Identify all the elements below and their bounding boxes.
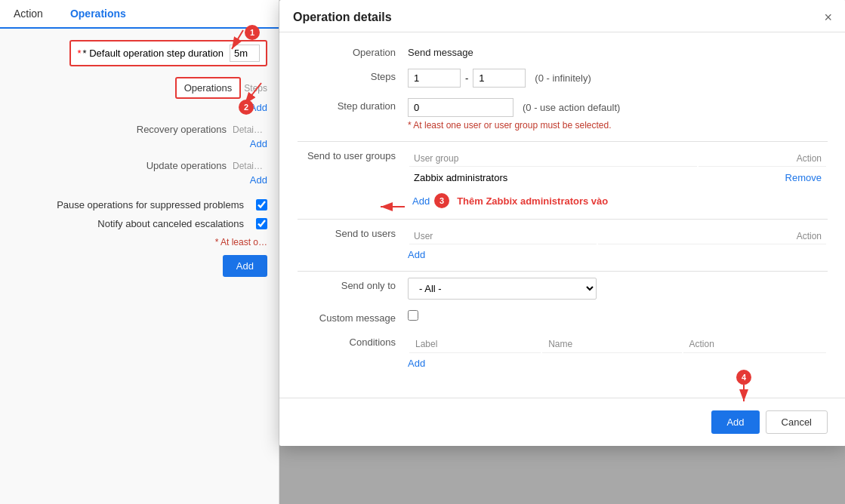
conditions-name-col: Name <box>542 336 681 353</box>
send-only-to-row: Send only to - All - <box>298 278 828 300</box>
conditions-label-col: Label <box>409 336 541 353</box>
custom-message-row: Custom message <box>298 310 828 324</box>
tab-action[interactable]: Action <box>0 0 57 29</box>
add-recovery-link[interactable]: Add <box>250 138 267 149</box>
add-update-link[interactable]: Add <box>250 174 267 186</box>
update-label: Update operations <box>146 160 227 171</box>
step-duration-input[interactable] <box>408 98 513 117</box>
user-group-col-header: User group <box>409 151 697 167</box>
operation-row: Operation Send message <box>298 45 828 58</box>
modal-overlay: Operation details × Operation Send messa… <box>279 0 845 504</box>
add-group-link[interactable]: Add <box>412 195 430 207</box>
pause-row: Pause operations for suppressed problems <box>11 199 267 211</box>
badge-4: 4 <box>736 370 751 385</box>
add-condition-link[interactable]: Add <box>408 358 425 369</box>
conditions-table: Label Name Action <box>408 334 828 355</box>
conditions-action-col: Action <box>683 336 827 353</box>
user-col-header: User <box>409 229 597 244</box>
recovery-label: Recovery operations <box>137 124 227 135</box>
send-only-to-label: Send only to <box>298 278 396 291</box>
modal-cancel-button[interactable]: Cancel <box>766 410 828 434</box>
steps-row: Steps - (0 - infinitely) <box>298 69 828 88</box>
warning-text: * At least one user or user group must b… <box>408 120 828 131</box>
badge-2-annotation: 2 <box>239 83 276 115</box>
default-step-label: * Default operation step duration <box>83 48 224 59</box>
send-to-users-label: Send to users <box>298 226 396 239</box>
pause-label: Pause operations for suppressed problems <box>57 199 244 211</box>
operation-details-modal: Operation details × Operation Send messa… <box>279 0 845 446</box>
notify-checkbox[interactable] <box>256 218 267 229</box>
tab-operations[interactable]: Operations <box>57 0 140 29</box>
steps-dash: - <box>465 72 468 84</box>
badge-2: 2 <box>239 100 254 115</box>
modal-title: Operation details <box>293 11 392 24</box>
conditions-row: Conditions Label Name Action <box>298 334 828 369</box>
svg-line-1 <box>232 30 243 49</box>
operations-box: Operations <box>175 77 242 99</box>
badge-1-annotation: 1 <box>228 26 273 59</box>
steps-from-input[interactable] <box>408 69 461 88</box>
operations-label: Operations <box>184 82 233 94</box>
user-groups-table: User group Action Zabbix administrators … <box>408 149 828 189</box>
step-duration-row: Step duration (0 - use action default) *… <box>298 98 828 131</box>
users-table: User Action <box>408 227 828 246</box>
steps-hint: (0 - infinitely) <box>535 72 591 84</box>
send-to-user-groups-label: Send to user groups <box>298 148 396 161</box>
user-action-col-header: Action <box>598 229 826 244</box>
add-user-link[interactable]: Add <box>408 249 425 260</box>
badge-3: 3 <box>434 193 449 208</box>
user-group-name: Zabbix administrators <box>409 168 697 187</box>
send-to-users-row: Send to users User Action Add <box>298 226 828 260</box>
remove-group-link[interactable]: Remove <box>785 172 822 183</box>
badge-4-annotation: 4 <box>725 385 763 410</box>
annotation-text: Thêm Zabbix administrators vào <box>457 195 608 207</box>
steps-label: Steps <box>298 69 396 82</box>
update-details: Detai… <box>233 161 263 171</box>
left-panel: Action Operations * * Default operation … <box>0 0 279 504</box>
left-add-button[interactable]: Add <box>223 255 267 277</box>
step-duration-hint: (0 - use action default) <box>523 102 620 113</box>
required-star: * <box>77 48 81 59</box>
operation-value: Send message <box>408 45 473 58</box>
left-content: * * Default operation step duration 1 <box>0 29 279 504</box>
badge-1: 1 <box>245 25 260 40</box>
close-button[interactable]: × <box>824 11 832 24</box>
user-group-row: Zabbix administrators Remove <box>409 168 826 187</box>
action-col-header: Action <box>699 151 826 167</box>
pause-checkbox[interactable] <box>256 199 267 211</box>
tabs: Action Operations <box>0 0 279 29</box>
modal-header: Operation details × <box>279 0 845 32</box>
step-duration-label: Step duration <box>298 98 396 112</box>
custom-message-label: Custom message <box>298 310 396 324</box>
custom-message-checkbox[interactable] <box>408 310 418 321</box>
modal-add-button[interactable]: Add <box>711 410 759 434</box>
operation-label: Operation <box>298 45 396 58</box>
recovery-details: Detai… <box>233 124 263 135</box>
send-only-to-select[interactable]: - All - <box>408 278 597 300</box>
notify-label: Notify about canceled escalations <box>97 218 244 229</box>
at-least-text: * At least o… <box>11 237 267 247</box>
send-to-user-groups-row: Send to user groups User group Action Za… <box>298 148 828 208</box>
steps-to-input[interactable] <box>473 69 526 88</box>
notify-row: Notify about canceled escalations <box>11 218 267 229</box>
modal-footer: 4 Add Cancel <box>279 398 845 446</box>
modal-body: Operation Send message Steps - (0 - infi… <box>279 32 845 398</box>
conditions-label: Conditions <box>298 334 396 348</box>
